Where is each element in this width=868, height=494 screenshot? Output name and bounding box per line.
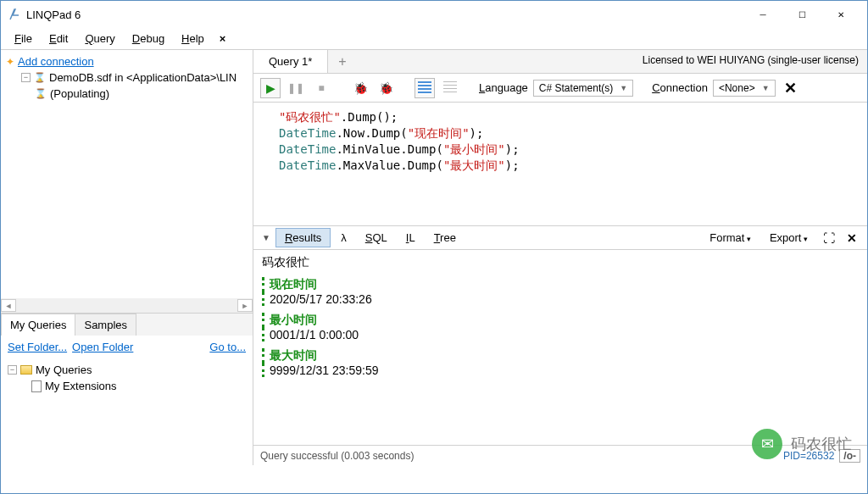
result-text: 码农很忙	[262, 255, 859, 270]
format-dropdown[interactable]: Format	[701, 229, 760, 247]
open-folder-link[interactable]: Open Folder	[72, 341, 133, 353]
app-logo	[8, 8, 21, 21]
add-tab-button[interactable]: +	[328, 50, 356, 73]
result-value: 9999/12/31 23:59:59	[262, 364, 859, 377]
close-results-icon[interactable]: ✕	[842, 231, 862, 245]
language-label: Language	[479, 81, 528, 94]
watermark: ✉ 码农很忙	[752, 429, 852, 459]
tab-il[interactable]: IL	[398, 229, 424, 247]
h-scrollbar[interactable]: ◄ ►	[1, 298, 253, 313]
connections-pane: ✦ Add connection − ⌛ DemoDB.sdf in <Appl…	[1, 50, 253, 313]
tab-sql[interactable]: SQL	[357, 229, 396, 247]
hourglass-icon: ⌛	[34, 72, 46, 83]
result-value: 0001/1/1 0:00:00	[262, 328, 859, 341]
menu-edit[interactable]: Edit	[41, 29, 76, 48]
result-header: 最小时间	[262, 313, 859, 328]
add-connection-link[interactable]: Add connection	[18, 55, 94, 68]
pause-button[interactable]: ❚❚	[286, 78, 306, 98]
results-pane: 码农很忙 现在时间 2020/5/17 20:33:26 最小时间 0001/1…	[253, 250, 867, 445]
result-header: 最大时间	[262, 348, 859, 364]
tab-results[interactable]: Results	[275, 228, 331, 247]
minimize-button[interactable]: ─	[743, 2, 782, 27]
hourglass-icon: ⌛	[35, 88, 47, 99]
code-editor[interactable]: "码农很忙".Dump(); DateTime.Now.Dump("现在时间")…	[253, 103, 867, 226]
menu-query[interactable]: Query	[76, 29, 123, 48]
query-tab[interactable]: Query 1*	[253, 50, 328, 73]
tree-collapse-icon[interactable]: −	[21, 73, 31, 82]
grid-on-icon[interactable]	[415, 78, 435, 98]
run-button[interactable]: ▶	[260, 78, 281, 98]
connection-select[interactable]: <None>▼	[713, 80, 776, 97]
tab-samples[interactable]: Samples	[75, 314, 136, 336]
menu-debug[interactable]: Debug	[124, 29, 173, 48]
tree-collapse-icon[interactable]: −	[8, 365, 17, 375]
connection-label: Connection	[652, 81, 708, 94]
set-folder-link[interactable]: Set Folder...	[8, 341, 67, 353]
menu-help[interactable]: Help	[173, 29, 213, 48]
tab-lambda[interactable]: λ	[332, 229, 355, 247]
license-label: Licensed to WEI HUIYANG (single-user lic…	[634, 50, 867, 73]
tab-my-queries[interactable]: My Queries	[1, 314, 75, 336]
menu-close-icon[interactable]: ×	[213, 29, 233, 48]
export-dropdown[interactable]: Export	[761, 229, 816, 247]
tree-my-queries[interactable]: My Queries	[36, 364, 92, 376]
file-icon	[31, 380, 42, 392]
expand-icon[interactable]: ⛶	[818, 231, 840, 245]
maximize-button[interactable]: ☐	[782, 2, 821, 27]
scroll-right[interactable]: ►	[237, 299, 253, 312]
result-header: 现在时间	[262, 277, 859, 292]
scroll-left[interactable]: ◄	[1, 299, 16, 312]
status-message: Query successful (0.003 seconds)	[260, 450, 414, 462]
bug-icon[interactable]: 🐞	[350, 78, 370, 98]
language-select[interactable]: C# Statement(s)▼	[533, 80, 633, 97]
folder-icon	[20, 365, 32, 375]
goto-link[interactable]: Go to...	[209, 341, 246, 353]
populating-label: (Populating)	[50, 87, 109, 100]
collapse-results-icon[interactable]: ▼	[259, 233, 274, 242]
tree-my-extensions[interactable]: My Extensions	[45, 380, 117, 392]
db-node[interactable]: DemoDB.sdf in <ApplicationData>\LIN	[49, 71, 236, 84]
tab-tree[interactable]: Tree	[426, 229, 465, 247]
toolbar-close-icon[interactable]: ✕	[784, 79, 797, 97]
sparkle-icon: ✦	[6, 56, 14, 68]
menu-file[interactable]: File	[6, 29, 41, 48]
wechat-icon: ✉	[752, 429, 782, 459]
grid-off-icon[interactable]	[440, 78, 460, 98]
stop-button[interactable]: ■	[311, 78, 331, 98]
window-title: LINQPad 6	[26, 8, 743, 21]
bug-blue-icon[interactable]: 🐞	[376, 78, 396, 98]
close-button[interactable]: ✕	[821, 2, 860, 27]
result-value: 2020/5/17 20:33:26	[262, 292, 859, 306]
